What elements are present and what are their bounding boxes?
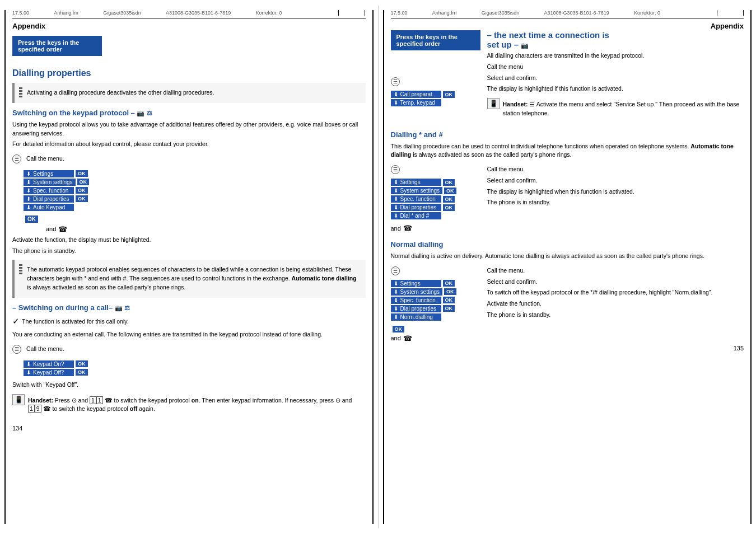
phone-icon-1: ☎ <box>58 225 67 233</box>
menu-row-system: ⬇ System settings OK <box>24 179 366 186</box>
arrow-call-preparat: ⬇ <box>394 91 398 97</box>
right-appendix-title: Appendix <box>711 22 744 30</box>
phone-icon-norm: ☎ <box>403 334 412 343</box>
arrow-norm-norm: ⬇ <box>394 314 398 320</box>
right-header-filename: Anhang.fm <box>432 10 457 16</box>
right-blue-box-line1: Press the keys in the <box>396 34 475 40</box>
activate-text-norm: Activate the function. <box>487 299 744 308</box>
arrow-system: ⬇ <box>26 179 31 185</box>
menu-item-star-settings: ⬇ Settings <box>391 179 441 186</box>
menu-row-norm-system: ⬇ System settings OK <box>391 288 480 296</box>
left-header-ref: A31008-G3035-B101-6-7619 <box>166 10 231 16</box>
ok-label-1: OK <box>25 216 38 223</box>
ok-badge-spec: OK <box>76 187 88 194</box>
menu-item-norm-dial: ⬇ Dial properties <box>391 305 441 312</box>
call-menu-row-1: ☰ Call the menu. <box>12 152 366 166</box>
menu-item-spec: ⬇ Spec. function <box>24 187 74 194</box>
menu-item-settings: ⬇ Settings <box>24 170 74 177</box>
menu-label-norm-system: System settings <box>400 289 440 295</box>
menu-label-spec: Spec. function <box>33 188 68 194</box>
right-header: 17.5.00 Anhang.fm Gigaset3035isdn A31008… <box>391 10 744 18</box>
handset-icon-1: 📱 <box>12 394 25 405</box>
stripe-3 <box>19 93 22 95</box>
call-menu-text-2: Call the menu. <box>26 345 64 354</box>
para1: Using the keypad protocol allows you to … <box>12 120 366 138</box>
handset-note-text-2: Handset: ☰ Activate the menu and select … <box>503 100 744 118</box>
right-blue-box-line2: specified order <box>396 40 475 47</box>
left-header-filename: Anhang.fm <box>54 10 78 16</box>
right-page: 17.5.00 Anhang.fm Gigaset3035isdn A31008… <box>379 0 757 534</box>
switch-off-text: To switch off the keypad protocol or the… <box>487 288 744 297</box>
normal-dialling-para: Normal dialling is active on delivery. A… <box>391 252 744 261</box>
menu-row-auto: ⬇ Auto Keypad <box>24 204 366 211</box>
menu-circle-row-right-1: ☰ <box>391 77 480 86</box>
menu-item-keypad-on: ⬇ Keypad On? <box>24 360 74 368</box>
ok-badge-dial: OK <box>76 195 88 202</box>
menu-label-keypad-off: Keypad Off? <box>33 369 64 376</box>
menu-row-star-dial: ⬇ Dial properties OK <box>391 204 480 211</box>
note2-bold: Automatic tone dialling <box>292 275 357 282</box>
para4: You are conducting an external call. The… <box>12 330 366 339</box>
left-vert-rule-right <box>383 10 384 524</box>
connection-part2: set up – <box>487 40 519 49</box>
menu-circle-right-1: ☰ <box>391 77 400 86</box>
arrow-norm-spec: ⬇ <box>394 297 398 303</box>
normal-dialling-heading: Normal dialling <box>391 240 744 249</box>
menu-item-star-system: ⬇ System settings <box>391 187 443 194</box>
ok-badge-call-preparat: OK <box>443 91 455 98</box>
menu-row-norm-norm: ⬇ Norm.dialling <box>391 313 480 321</box>
right-header-device: Gigaset3035isdn <box>482 10 520 16</box>
menu-row-star-settings: ⬇ Settings OK <box>391 179 480 186</box>
right-header-korrektur: Korrektur: 0 <box>634 10 660 16</box>
call-arc-icon: ✓ <box>12 316 20 326</box>
menu-item-auto: ⬇ Auto Keypad <box>24 204 74 211</box>
right-appendix-title-container: Appendix <box>391 22 744 30</box>
connection-part1: – the next time a connection is <box>487 30 609 40</box>
select-confirm-right-1: Select and confirm. <box>487 74 744 83</box>
switch-keypad-off-text: Switch with "Keypad Off". <box>12 381 366 390</box>
dialling-properties-heading: Dialling properties <box>12 68 366 78</box>
menu-item-star-spec: ⬇ Spec. function <box>391 195 441 203</box>
menu-circle-norm-icon: ☰ <box>391 266 400 275</box>
menu-sequence-2: ⬇ Keypad On? OK ⬇ Keypad Off? OK <box>24 360 366 376</box>
norm-layout: ☰ ⬇ Settings OK ⬇ System settings <box>391 264 744 345</box>
standby-text-norm: The phone is in standby. <box>487 311 744 320</box>
ok-badge-star-dial: OK <box>443 204 455 211</box>
and-phone-row-1: and ☎ <box>46 225 366 233</box>
menu-circle-star: ☰ <box>391 165 480 174</box>
menu-row-keypad-off: ⬇ Keypad Off? OK <box>24 369 366 376</box>
para-keypad: All dialling characters are transmitted … <box>487 51 744 60</box>
menu-item-norm-settings: ⬇ Settings <box>391 280 441 287</box>
menu-row-norm-dial: ⬇ Dial properties OK <box>391 305 480 312</box>
stripe-8 <box>19 273 22 274</box>
menu-row-star-system: ⬇ System settings OK <box>391 187 480 194</box>
handset-note-text-1: Handset: Press ⊙ and 11 ☎ to switch the … <box>28 396 366 414</box>
ok-badge-norm-settings: OK <box>443 280 455 287</box>
right-vert-rule-left <box>372 10 374 524</box>
menu-row-settings: ⬇ Settings OK <box>24 170 366 177</box>
stripe-2 <box>19 90 22 92</box>
ok-badge-settings: OK <box>76 170 88 177</box>
handset-note-1: 📱 Handset: Press ⊙ and 11 ☎ to switch th… <box>12 394 366 416</box>
blue-box-line1: Press the keys in the <box>18 39 96 46</box>
ok-badge-norm-dial: OK <box>443 305 455 312</box>
menu-row-temp-keypad: ⬇ Temp. keypad <box>391 99 480 106</box>
ok-badge-star-system: OK <box>444 188 456 194</box>
menu-circle-icon-1: ☰ <box>12 154 21 163</box>
menu-label-star-settings: Settings <box>400 179 421 185</box>
stripe-5 <box>19 264 22 266</box>
right-keys-col: Press the keys in the specified order ☰ … <box>391 30 480 111</box>
highlighted-text-star: The display is highlighted when this fun… <box>487 188 744 196</box>
ok-badge-star-spec: OK <box>443 196 455 203</box>
menu-label-star-system: System settings <box>400 188 440 194</box>
spacer-1 <box>391 58 480 75</box>
stripe-4 <box>19 96 22 97</box>
page-container: 17.5.00 Anhang.fm Gigaset3035isdn A31008… <box>0 0 756 534</box>
ok-row-1: OK <box>24 216 366 223</box>
ok-row-norm: OK <box>391 325 480 332</box>
select-confirm-star: Select and confirm. <box>487 176 744 185</box>
menu-row-dial: ⬇ Dial properties OK <box>24 195 366 203</box>
menu-item-norm-norm: ⬇ Norm.dialling <box>391 313 441 321</box>
arrow-star-dial: ⬇ <box>394 204 398 210</box>
left-page: 17.5.00 Anhang.fm Gigaset3035isdn A31008… <box>0 0 378 534</box>
